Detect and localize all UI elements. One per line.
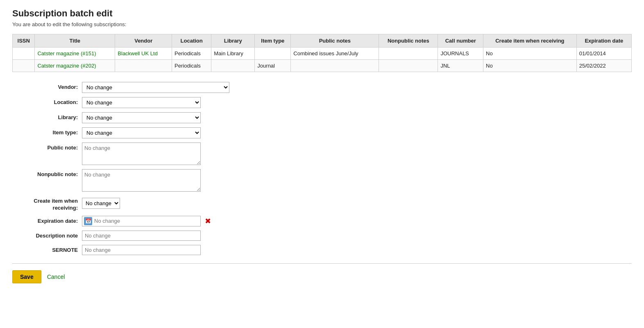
cell-location: Periodicals [172, 48, 211, 60]
item-type-select[interactable]: No change [82, 127, 201, 138]
col-issn: ISSN [13, 34, 35, 48]
table-row: Catster magazine (#202)PeriodicalsJourna… [13, 60, 632, 72]
sernote-row: SERNOTE [12, 245, 632, 255]
cell-public-notes [291, 60, 379, 72]
col-expiration-date: Expiration date [576, 34, 631, 48]
cell-nonpublic-notes [379, 48, 438, 60]
expiration-date-input[interactable] [94, 218, 184, 224]
nonpublic-note-textarea[interactable] [82, 169, 201, 192]
cell-public-notes: Combined issues June/July [291, 48, 379, 60]
expiration-date-label: Expiration date: [12, 216, 82, 225]
cell-vendor [115, 60, 172, 72]
description-note-input[interactable] [82, 231, 201, 241]
location-select[interactable]: No change [82, 97, 201, 108]
clear-date-icon[interactable]: ✖ [205, 217, 211, 225]
cell-create-item: No [483, 60, 577, 72]
cell-location: Periodicals [172, 60, 211, 72]
table-row: Catster magazine (#151)Blackwell UK LtdP… [13, 48, 632, 60]
cancel-button[interactable]: Cancel [47, 274, 65, 280]
col-create-item: Create item when receiving [483, 34, 577, 48]
cell-vendor: Blackwell UK Ltd [115, 48, 172, 60]
create-item-row: Create item when receiving: No change [12, 196, 632, 212]
cell-call-number: JOURNALS [438, 48, 483, 60]
cell-item-type [255, 48, 291, 60]
page-subtitle: You are about to edit the following subs… [12, 21, 632, 27]
description-note-label: Description note [12, 231, 82, 240]
library-select[interactable]: No change [82, 112, 201, 123]
cell-call-number: JNL [438, 60, 483, 72]
public-note-label: Public note: [12, 143, 82, 152]
col-nonpublic-notes: Nonpublic notes [379, 34, 438, 48]
col-item-type: Item type [255, 34, 291, 48]
cell-library: Main Library [211, 48, 255, 60]
item-type-label: Item type: [12, 127, 82, 136]
cell-vendor-link[interactable]: Blackwell UK Ltd [118, 50, 158, 57]
create-item-label: Create item when receiving: [12, 196, 82, 212]
cell-title-link[interactable]: Catster magazine (#151) [37, 50, 96, 57]
vendor-label: Vendor: [12, 82, 82, 91]
col-public-notes: Public notes [291, 34, 379, 48]
calendar-icon[interactable]: 📅 [84, 217, 92, 225]
page-title: Subscription batch edit [12, 8, 632, 19]
cell-expiration-date: 25/02/2022 [576, 60, 631, 72]
location-label: Location: [12, 97, 82, 106]
public-note-row: Public note: [12, 143, 632, 165]
sernote-label: SERNOTE [12, 245, 82, 254]
expiration-date-wrap: 📅 [82, 216, 201, 226]
nonpublic-note-row: Nonpublic note: [12, 169, 632, 192]
description-note-row: Description note [12, 231, 632, 241]
batch-edit-form: Vendor: No change Location: No change Li… [12, 82, 632, 255]
cell-title-link[interactable]: Catster magazine (#202) [37, 63, 96, 69]
cell-title: Catster magazine (#202) [35, 60, 115, 72]
button-bar: Save Cancel [12, 263, 632, 283]
vendor-row: Vendor: No change [12, 82, 632, 93]
save-button[interactable]: Save [12, 270, 41, 283]
subscriptions-table: ISSN Title Vendor Location Library Item … [12, 34, 632, 72]
cell-item-type: Journal [255, 60, 291, 72]
cell-nonpublic-notes [379, 60, 438, 72]
item-type-row: Item type: No change [12, 127, 632, 138]
cell-title: Catster magazine (#151) [35, 48, 115, 60]
library-row: Library: No change [12, 112, 632, 123]
col-title: Title [35, 34, 115, 48]
expiration-date-row: Expiration date: 📅 ✖ [12, 216, 632, 226]
cell-expiration-date: 01/01/2014 [576, 48, 631, 60]
sernote-input[interactable] [82, 245, 201, 255]
cell-create-item: No [483, 48, 577, 60]
col-vendor: Vendor [115, 34, 172, 48]
cell-issn [13, 48, 35, 60]
public-note-textarea[interactable] [82, 143, 201, 165]
library-label: Library: [12, 112, 82, 121]
col-library: Library [211, 34, 255, 48]
location-row: Location: No change [12, 97, 632, 108]
cell-library [211, 60, 255, 72]
col-location: Location [172, 34, 211, 48]
cell-issn [13, 60, 35, 72]
nonpublic-note-label: Nonpublic note: [12, 169, 82, 178]
create-item-select[interactable]: No change [82, 198, 120, 209]
col-call-number: Call number [438, 34, 483, 48]
vendor-select[interactable]: No change [82, 82, 229, 93]
